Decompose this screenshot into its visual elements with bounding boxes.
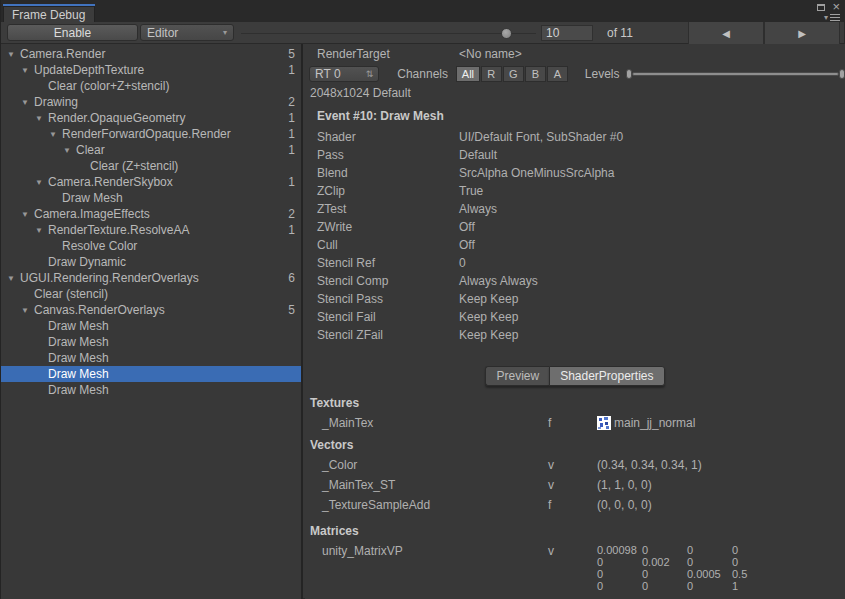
levels-minmax-slider[interactable] xyxy=(626,66,845,82)
foldout-icon[interactable]: ▼ xyxy=(21,66,34,75)
tree-item[interactable]: ▼ Camera.Render 5 xyxy=(1,46,301,62)
tree-item[interactable]: ▼ Camera.RenderSkybox 1 xyxy=(1,174,301,190)
tree-item[interactable]: Draw Mesh xyxy=(1,190,301,206)
prev-event-button[interactable]: ◀ xyxy=(688,22,764,44)
frame-slider-handle[interactable] xyxy=(501,28,512,39)
close-icon[interactable]: × xyxy=(832,2,840,12)
foldout-icon[interactable]: ▼ xyxy=(49,130,62,139)
target-dropdown[interactable]: Editor ▾ xyxy=(140,24,234,41)
foldout-icon[interactable]: ▼ xyxy=(35,226,48,235)
property-label: Stencil Comp xyxy=(317,274,459,288)
tree-item[interactable]: Draw Dynamic xyxy=(1,254,301,270)
tree-item[interactable]: ▼ Render.OpaqueGeometry 1 xyxy=(1,110,301,126)
texture-name: _MainTex xyxy=(322,416,548,430)
section-header-matrices: Matrices xyxy=(310,524,359,538)
vector-name: _TextureSampleAdd xyxy=(322,498,548,512)
texture-asset-name[interactable]: main_jj_normal xyxy=(614,416,695,430)
tree-item[interactable]: ▼ RenderForwardOpaque.Render 1 xyxy=(1,126,301,142)
render-target-value: <No name> xyxy=(459,47,522,61)
foldout-icon[interactable]: ▼ xyxy=(35,178,48,187)
event-details-panel: RenderTarget <No name> RT 0 ⇅ Channels A… xyxy=(305,44,845,599)
channel-button-all[interactable]: All xyxy=(456,66,480,82)
levels-slider-range[interactable] xyxy=(632,72,839,76)
chevron-down-icon: ▾ xyxy=(824,13,828,22)
vector-name: _Color xyxy=(322,458,548,472)
pane-menu-button[interactable]: ▾ xyxy=(824,13,840,22)
property-value: Always xyxy=(459,202,497,216)
tree-item-label: Draw Dynamic xyxy=(48,255,126,269)
tree-item[interactable]: Clear (stencil) xyxy=(1,286,301,302)
enable-button[interactable]: Enable xyxy=(7,24,138,41)
foldout-icon[interactable]: ▼ xyxy=(21,210,34,219)
property-label: ZClip xyxy=(317,184,459,198)
tree-item[interactable]: ▼ UGUI.Rendering.RenderOverlays 6 xyxy=(1,270,301,286)
frame-number-input[interactable] xyxy=(541,25,593,41)
matrix-value: 0.00098 0 0 0 0 0.002 0 0 0 0 0.0005 xyxy=(597,544,777,592)
tree-item-count: 1 xyxy=(288,127,295,141)
levels-slider-max-handle[interactable] xyxy=(839,69,845,79)
frame-slider[interactable] xyxy=(241,22,536,44)
tree-item-label: Camera.ImageEffects xyxy=(34,207,150,221)
tab-shader-properties[interactable]: ShaderProperties xyxy=(549,366,664,386)
foldout-icon[interactable]: ▼ xyxy=(21,306,34,315)
tree-item-label: Canvas.RenderOverlays xyxy=(34,303,165,317)
tree-item-label: Draw Mesh xyxy=(62,191,123,205)
tree-item[interactable]: ▼ Drawing 2 xyxy=(1,94,301,110)
frame-total-label: of 11 xyxy=(607,26,633,40)
texture-value[interactable]: main_jj_normal xyxy=(597,416,695,430)
tree-item[interactable]: Resolve Color xyxy=(1,238,301,254)
property-label: ZTest xyxy=(317,202,459,216)
tree-item[interactable]: ▼ RenderTexture.ResolveAA 1 xyxy=(1,222,301,238)
tab-preview[interactable]: Preview xyxy=(485,366,549,386)
rt-dropdown[interactable]: RT 0 ⇅ xyxy=(309,66,379,82)
section-header-vectors: Vectors xyxy=(310,438,353,452)
popup-arrows-icon: ⇅ xyxy=(366,69,374,79)
next-icon: ▶ xyxy=(798,28,806,39)
tree-item[interactable]: Draw Mesh xyxy=(1,318,301,334)
tree-item-label: Camera.Render xyxy=(20,47,105,61)
tree-item-label: Draw Mesh xyxy=(48,319,109,333)
vector-type: v xyxy=(548,458,597,472)
vector-type: v xyxy=(548,478,597,492)
tree-item[interactable]: ▼ Canvas.RenderOverlays 5 xyxy=(1,302,301,318)
channel-button-b[interactable]: B xyxy=(525,66,546,82)
tree-item-count: 1 xyxy=(288,223,295,237)
foldout-icon[interactable]: ▼ xyxy=(35,114,48,123)
titlebar xyxy=(1,0,844,22)
tree-item-selected[interactable]: Draw Mesh xyxy=(1,366,301,382)
render-target-resolution: 2048x1024 Default xyxy=(310,86,411,100)
channel-button-r[interactable]: R xyxy=(481,66,502,82)
tree-item-label: RenderForwardOpaque.Render xyxy=(62,127,231,141)
channel-button-g[interactable]: G xyxy=(503,66,524,82)
property-value: Default xyxy=(459,148,497,162)
tree-item[interactable]: Draw Mesh xyxy=(1,350,301,366)
tree-item-count: 2 xyxy=(288,95,295,109)
menu-icon xyxy=(830,14,840,15)
foldout-icon[interactable]: ▼ xyxy=(21,98,34,107)
tree-item[interactable]: ▼ Camera.ImageEffects 2 xyxy=(1,206,301,222)
section-header-textures: Textures xyxy=(310,396,359,410)
texture-thumbnail-icon[interactable] xyxy=(597,416,611,430)
tree-item[interactable]: ▼ Clear 1 xyxy=(1,142,301,158)
restore-icon[interactable] xyxy=(817,4,825,11)
tree-item-count: 6 xyxy=(288,271,295,285)
frame-slider-track[interactable] xyxy=(241,33,536,34)
levels-slider-min-handle[interactable] xyxy=(626,69,632,79)
tree-item-label: UGUI.Rendering.RenderOverlays xyxy=(20,271,199,285)
next-event-button[interactable]: ▶ xyxy=(764,22,840,44)
foldout-icon[interactable]: ▼ xyxy=(7,274,20,283)
tree-item[interactable]: ▼ UpdateDepthTexture 1 xyxy=(1,62,301,78)
texture-type: f xyxy=(548,416,597,430)
tree-item[interactable]: Clear (color+Z+stencil) xyxy=(1,78,301,94)
tree-item[interactable]: Clear (Z+stencil) xyxy=(1,158,301,174)
prev-icon: ◀ xyxy=(722,28,730,39)
tree-item-count: 1 xyxy=(288,143,295,157)
property-value: Keep Keep xyxy=(459,310,518,324)
property-label: Cull xyxy=(317,238,459,252)
tab-frame-debug[interactable]: Frame Debug xyxy=(3,6,95,22)
channel-button-a[interactable]: A xyxy=(547,66,568,82)
tree-item[interactable]: Draw Mesh xyxy=(1,334,301,350)
foldout-icon[interactable]: ▼ xyxy=(7,50,20,59)
foldout-icon[interactable]: ▼ xyxy=(63,146,76,155)
tree-item[interactable]: Draw Mesh xyxy=(1,382,301,398)
